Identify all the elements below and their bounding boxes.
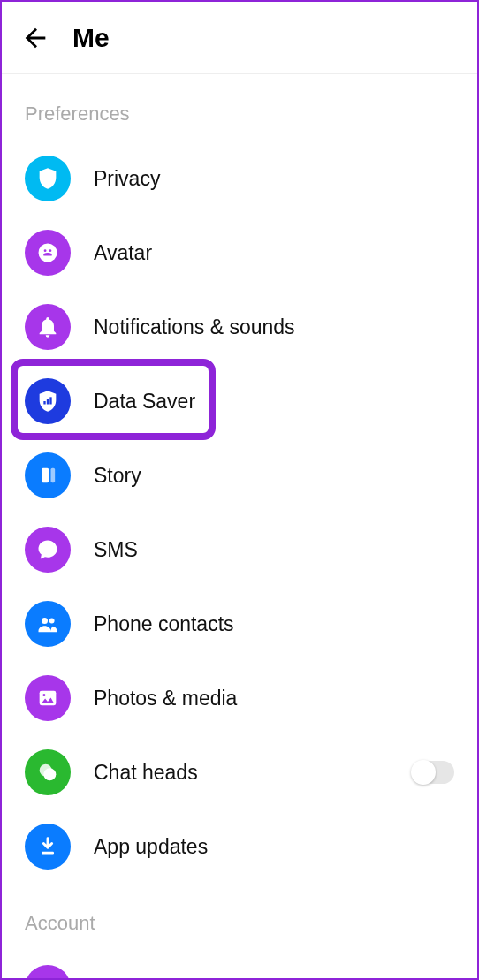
account-list: Switch account	[2, 951, 477, 980]
shield-icon	[25, 156, 71, 201]
row-notifications-label: Notifications & sounds	[94, 315, 454, 339]
svg-rect-4	[47, 399, 49, 405]
section-account: Account	[2, 884, 477, 951]
row-updates-label: App updates	[94, 835, 454, 859]
svg-point-2	[49, 249, 52, 252]
download-icon	[25, 824, 71, 870]
row-switch-account-label: Switch account	[94, 976, 454, 981]
row-data-saver[interactable]: Data Saver	[2, 364, 477, 438]
row-sms-label: SMS	[94, 538, 454, 562]
bell-icon	[25, 304, 71, 350]
svg-point-1	[44, 249, 47, 252]
svg-point-9	[49, 619, 55, 624]
shield-chart-icon	[25, 378, 71, 424]
row-story-label: Story	[94, 464, 454, 488]
chat-heads-toggle[interactable]	[412, 761, 454, 784]
row-photos[interactable]: Photos & media	[2, 661, 477, 735]
svg-rect-5	[49, 397, 51, 404]
row-privacy[interactable]: Privacy	[2, 141, 477, 216]
chat-heads-icon	[25, 749, 71, 795]
row-switch-account[interactable]: Switch account	[2, 951, 477, 980]
svg-rect-7	[51, 468, 56, 482]
row-contacts[interactable]: Phone contacts	[2, 587, 477, 661]
svg-rect-6	[42, 468, 49, 482]
story-icon	[25, 452, 71, 498]
switch-account-icon	[25, 965, 71, 980]
svg-rect-14	[42, 852, 54, 855]
people-icon	[25, 601, 71, 647]
image-icon	[25, 675, 71, 721]
preferences-list: Privacy Avatar Notifications & sounds Da…	[2, 141, 477, 884]
row-avatar[interactable]: Avatar	[2, 216, 477, 290]
row-avatar-label: Avatar	[94, 241, 454, 265]
back-button[interactable]	[18, 20, 53, 56]
row-notifications[interactable]: Notifications & sounds	[2, 290, 477, 364]
toggle-knob	[411, 760, 436, 785]
section-preferences: Preferences	[2, 74, 477, 141]
row-story[interactable]: Story	[2, 438, 477, 513]
svg-rect-3	[43, 401, 45, 405]
row-chat-heads-label: Chat heads	[94, 761, 412, 785]
header: Me	[2, 2, 477, 74]
row-privacy-label: Privacy	[94, 167, 454, 191]
svg-point-8	[42, 618, 48, 624]
svg-point-11	[42, 694, 45, 696]
svg-point-13	[43, 768, 56, 780]
row-sms[interactable]: SMS	[2, 513, 477, 587]
row-chat-heads[interactable]: Chat heads	[2, 735, 477, 809]
row-photos-label: Photos & media	[94, 687, 454, 710]
page-title: Me	[72, 23, 110, 53]
row-updates[interactable]: App updates	[2, 809, 477, 884]
arrow-left-icon	[20, 23, 50, 53]
row-data-saver-label: Data Saver	[94, 390, 454, 414]
row-contacts-label: Phone contacts	[94, 612, 454, 636]
chat-bubble-icon	[25, 527, 71, 573]
avatar-icon	[25, 230, 71, 276]
